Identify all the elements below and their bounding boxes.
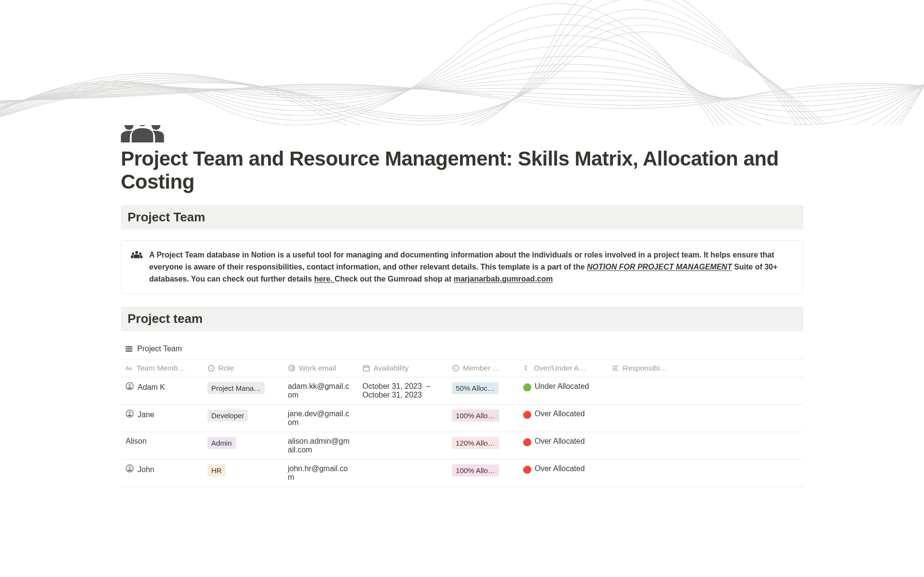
availability-cell: October 31, 2023 → October 31, 2023	[358, 377, 447, 405]
role-tag: Project Mana…	[207, 382, 265, 394]
col-work-email[interactable]: @Work email	[283, 359, 358, 377]
svg-point-5	[139, 253, 141, 255]
availability-cell	[358, 405, 447, 432]
svg-point-3	[135, 251, 138, 254]
status-text: Over Allocated	[535, 464, 585, 473]
person-icon	[126, 382, 134, 392]
member-name: Jane	[138, 410, 154, 419]
role-tag: Admin	[207, 437, 236, 449]
status-text: Under Allocated	[535, 382, 589, 391]
col-member-allocation[interactable]: Member …	[447, 359, 518, 377]
svg-text:Σ: Σ	[524, 365, 527, 372]
svg-rect-10	[363, 366, 369, 371]
page-title: Project Team and Resource Management: Sk…	[121, 147, 803, 193]
allocation-tag: 100% Allo…	[452, 410, 499, 422]
name-cell: John	[126, 464, 198, 474]
svg-point-16	[128, 411, 131, 414]
groups-icon	[131, 250, 142, 262]
name-cell: Alison	[126, 437, 198, 446]
email-cell: alison.admin@gmail.com	[283, 432, 358, 460]
link-here[interactable]: here.	[314, 275, 335, 283]
table-row[interactable]: John HR john.hr@gmail.com 100% Allo… 🔴Ov…	[121, 460, 803, 487]
email-cell: john.hr@gmail.com	[283, 460, 358, 487]
availability-cell	[358, 460, 447, 487]
callout-text: A Project Team database in Notion is a u…	[149, 249, 793, 285]
availability-cell	[358, 432, 447, 460]
col-team-member[interactable]: AaTeam Memb…	[121, 359, 203, 377]
member-name: Alison	[126, 437, 147, 446]
table-row[interactable]: Jane Developer jane.dev@gmail.com 100% A…	[121, 405, 803, 432]
over-under-status: 🔴Over Allocated	[523, 410, 602, 420]
col-role[interactable]: Role	[203, 359, 283, 377]
col-over-under[interactable]: ΣOver/Under A…	[518, 359, 607, 377]
email-cell: jane.dev@gmail.com	[283, 405, 358, 432]
section-title: Project Team	[128, 210, 796, 225]
person-icon	[126, 410, 134, 420]
svg-point-4	[132, 253, 134, 255]
status-text: Over Allocated	[535, 410, 585, 418]
table-row[interactable]: Alison Admin alison.admin@gmail.com 120%…	[121, 432, 803, 460]
status-dot-icon: 🔴	[523, 464, 532, 474]
allocation-tag: 120% Allo…	[452, 437, 499, 449]
allocation-tag: 50% Alloc…	[452, 382, 499, 394]
member-name: John	[138, 465, 154, 474]
over-under-status: 🟢Under Allocated	[523, 382, 602, 392]
svg-point-18	[128, 466, 131, 469]
db-view-label: Project Team	[137, 345, 182, 353]
col-responsibilities[interactable]: Responsibi…	[607, 359, 684, 377]
status-text: Over Allocated	[535, 437, 585, 446]
svg-point-14	[128, 384, 131, 386]
table-row[interactable]: Adam K Project Mana… adam.kk@gmail.com O…	[121, 377, 803, 405]
svg-text:Aa: Aa	[126, 365, 132, 371]
col-availability[interactable]: Availability	[358, 359, 447, 377]
svg-text:@: @	[290, 366, 295, 371]
callout: A Project Team database in Notion is a u…	[121, 240, 803, 294]
cover-image	[0, 0, 924, 125]
section-project-team: Project Team	[121, 205, 803, 230]
status-dot-icon: 🔴	[523, 410, 532, 420]
link-notion-pm[interactable]: NOTION FOR PROJECT MANAGEMENT	[587, 263, 732, 271]
project-team-table: AaTeam Memb… Role @Work email Availabili…	[121, 359, 803, 487]
section-title: Project team	[128, 311, 796, 326]
over-under-status: 🔴Over Allocated	[523, 464, 602, 474]
role-tag: Developer	[207, 410, 248, 422]
status-dot-icon: 🟢	[523, 382, 532, 392]
allocation-tag: 100% Allo…	[452, 464, 499, 476]
section-project-team-lower: Project team	[121, 307, 803, 331]
name-cell: Jane	[126, 410, 198, 420]
member-name: Adam K	[138, 383, 165, 392]
name-cell: Adam K	[126, 382, 198, 392]
table-header-row: AaTeam Memb… Role @Work email Availabili…	[121, 359, 803, 377]
person-icon	[126, 464, 134, 474]
status-dot-icon: 🔴	[523, 437, 532, 447]
role-tag: HR	[207, 464, 226, 476]
email-cell: adam.kk@gmail.com	[283, 377, 358, 405]
db-view-tab[interactable]: Project Team	[121, 342, 803, 359]
over-under-status: 🔴Over Allocated	[523, 437, 602, 447]
link-gumroad[interactable]: marjanarbab.gumroad.com	[453, 275, 552, 283]
